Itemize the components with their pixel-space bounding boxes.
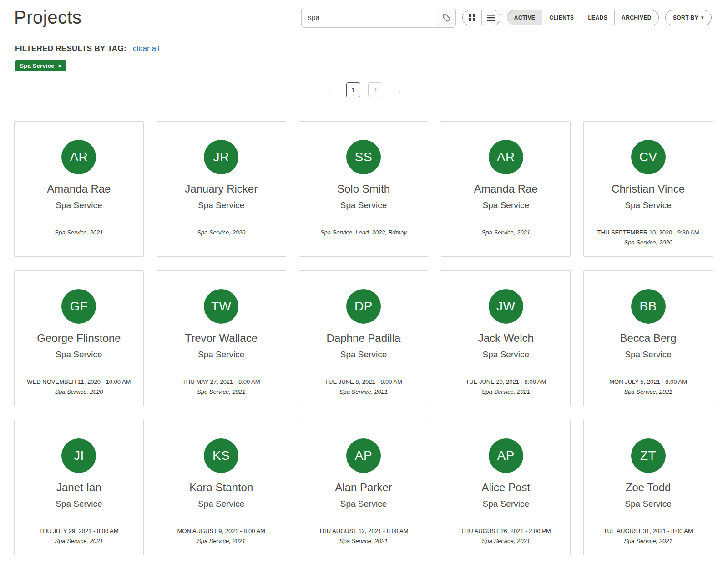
- project-card[interactable]: AR Amanda Rae Spa Service Spa Service, 2…: [441, 121, 571, 257]
- avatar: TW: [204, 289, 238, 324]
- list-view-button[interactable]: [481, 10, 500, 25]
- next-page-button[interactable]: →: [390, 85, 404, 96]
- avatar: DP: [346, 289, 381, 324]
- avatar-initials: SS: [355, 150, 372, 164]
- project-card[interactable]: JI Janet Ian Spa Service THU JULY 29, 20…: [14, 420, 144, 555]
- view-toggle: [462, 10, 500, 25]
- project-tags: Spa Service, Lead, 2022, Bdmay: [305, 229, 423, 236]
- pagination: ← 1 2 →: [0, 82, 728, 97]
- tab-archived[interactable]: ARCHIVED: [614, 10, 658, 25]
- project-name: Spa Service: [198, 200, 244, 210]
- avatar: AP: [489, 438, 523, 473]
- avatar-initials: TW: [211, 299, 232, 314]
- chevron-down-icon: ▾: [701, 15, 704, 20]
- client-name: Alice Post: [481, 481, 530, 494]
- project-card[interactable]: GF George Flinstone Spa Service WED NOVE…: [14, 270, 144, 406]
- grid-view-button[interactable]: [463, 10, 481, 25]
- project-card[interactable]: TW Trevor Wallace Spa Service THU MAY 27…: [157, 270, 286, 406]
- project-tags: Spa Service, 2020: [162, 229, 280, 236]
- project-name: Spa Service: [483, 499, 529, 509]
- project-name: Spa Service: [483, 350, 529, 360]
- project-card[interactable]: JR January Ricker Spa Service Spa Servic…: [157, 121, 286, 257]
- project-card[interactable]: ZT Zoe Todd Spa Service TUE AUGUST 31, 2…: [583, 420, 713, 555]
- tab-active[interactable]: ACTIVE: [507, 10, 542, 25]
- client-name: Amanda Rae: [474, 183, 538, 196]
- avatar: JW: [489, 289, 523, 324]
- project-meta: THU AUGUST 12, 2021 - 8:00 AM Spa Servic…: [305, 528, 423, 549]
- project-tags: Spa Service, 2021: [447, 538, 565, 544]
- avatar-initials: ZT: [640, 448, 656, 463]
- remove-tag-button[interactable]: ×: [58, 63, 62, 69]
- avatar-initials: AR: [70, 150, 88, 164]
- filter-bar: FILTERED RESULTS BY TAG: clear all Spa S…: [0, 34, 728, 71]
- page-2-button[interactable]: 2: [368, 82, 382, 97]
- avatar-initials: BB: [639, 299, 657, 314]
- project-meta: Spa Service, 2020: [162, 229, 280, 251]
- prev-page-button[interactable]: ←: [324, 85, 339, 96]
- project-meta: THU SEPTEMBER 10, 2020 - 9:30 AM Spa Ser…: [589, 229, 707, 251]
- client-name: January Ricker: [185, 183, 258, 196]
- client-name: Daphne Padilla: [327, 332, 401, 345]
- project-name: Spa Service: [198, 499, 244, 509]
- page-1-button[interactable]: 1: [346, 82, 360, 97]
- project-meta: Spa Service, 2021: [20, 229, 138, 251]
- status-filter-tabs: ACTIVE CLIENTS LEADS ARCHIVED: [507, 10, 659, 25]
- project-grid: AR Amanda Rae Spa Service Spa Service, 2…: [0, 121, 728, 574]
- client-name: Janet Ian: [56, 481, 101, 494]
- avatar-initials: AP: [497, 448, 515, 463]
- project-card[interactable]: JW Jack Welch Spa Service TUE JUNE 29, 2…: [441, 270, 571, 406]
- project-tags: Spa Service, 2021: [305, 538, 423, 544]
- project-tags: Spa Service, 2021: [447, 388, 565, 395]
- search-input[interactable]: [301, 8, 437, 28]
- top-bar: Projects: [0, 0, 728, 34]
- project-meta: TUE JUNE 8, 2021 - 8:00 AM Spa Service, …: [305, 378, 423, 400]
- close-icon: ×: [58, 62, 62, 70]
- tag-filter-button[interactable]: [437, 8, 456, 28]
- project-name: Spa Service: [56, 200, 102, 210]
- filtered-results-label: FILTERED RESULTS BY TAG:: [15, 44, 126, 53]
- avatar: SS: [346, 140, 381, 174]
- tab-clients[interactable]: CLIENTS: [542, 10, 581, 25]
- project-card[interactable]: AP Alan Parker Spa Service THU AUGUST 12…: [299, 420, 429, 555]
- avatar: ZT: [631, 438, 666, 473]
- project-date: MON JULY 5, 2021 - 8:00 AM: [589, 378, 707, 385]
- project-meta: THU JULY 29, 2021 - 8:00 AM Spa Service,…: [20, 528, 138, 549]
- project-card[interactable]: SS Solo Smith Spa Service Spa Service, L…: [299, 121, 429, 257]
- project-card[interactable]: DP Daphne Padilla Spa Service TUE JUNE 8…: [299, 270, 429, 406]
- project-name: Spa Service: [340, 499, 387, 509]
- tab-leads[interactable]: LEADS: [581, 10, 614, 25]
- project-card[interactable]: AP Alice Post Spa Service THU AUGUST 26,…: [441, 420, 571, 555]
- project-tags: Spa Service, 2021: [589, 388, 707, 395]
- project-meta: Spa Service, Lead, 2022, Bdmay: [305, 229, 423, 251]
- avatar-initials: JR: [213, 150, 229, 164]
- project-card[interactable]: KS Kara Stanton Spa Service MON AUGUST 9…: [157, 420, 286, 555]
- client-name: Solo Smith: [337, 183, 390, 196]
- project-name: Spa Service: [340, 200, 387, 210]
- project-card[interactable]: AR Amanda Rae Spa Service Spa Service, 2…: [14, 121, 144, 257]
- project-name: Spa Service: [340, 350, 387, 360]
- avatar-initials: AP: [355, 448, 372, 463]
- sort-by-label: SORT BY: [673, 15, 698, 21]
- client-name: Alan Parker: [335, 481, 392, 494]
- project-meta: WED NOVEMBER 11, 2020 - 10:00 AM Spa Ser…: [20, 378, 138, 400]
- avatar: AP: [346, 438, 381, 473]
- project-date: MON AUGUST 9, 2021 - 8:00 AM: [162, 528, 280, 534]
- clear-all-link[interactable]: clear all: [133, 44, 160, 53]
- sort-by-button[interactable]: SORT BY ▾: [665, 10, 712, 25]
- avatar: GF: [61, 289, 96, 324]
- tag-chip[interactable]: Spa Service ×: [15, 60, 66, 71]
- arrow-right-icon: →: [392, 84, 403, 96]
- page-title: Projects: [14, 7, 82, 28]
- project-card[interactable]: CV Christian Vince Spa Service THU SEPTE…: [583, 121, 713, 257]
- project-name: Spa Service: [625, 350, 671, 360]
- project-meta: Spa Service, 2021: [447, 229, 565, 251]
- project-tags: Spa Service, 2021: [447, 229, 565, 236]
- project-meta: MON AUGUST 9, 2021 - 8:00 AM Spa Service…: [162, 528, 280, 549]
- project-date: WED NOVEMBER 11, 2020 - 10:00 AM: [20, 378, 138, 385]
- project-name: Spa Service: [483, 200, 529, 210]
- client-name: Trevor Wallace: [185, 332, 258, 345]
- avatar: KS: [204, 438, 238, 473]
- avatar: BB: [631, 289, 666, 324]
- project-card[interactable]: BB Becca Berg Spa Service MON JULY 5, 20…: [583, 270, 713, 406]
- project-name: Spa Service: [625, 200, 671, 210]
